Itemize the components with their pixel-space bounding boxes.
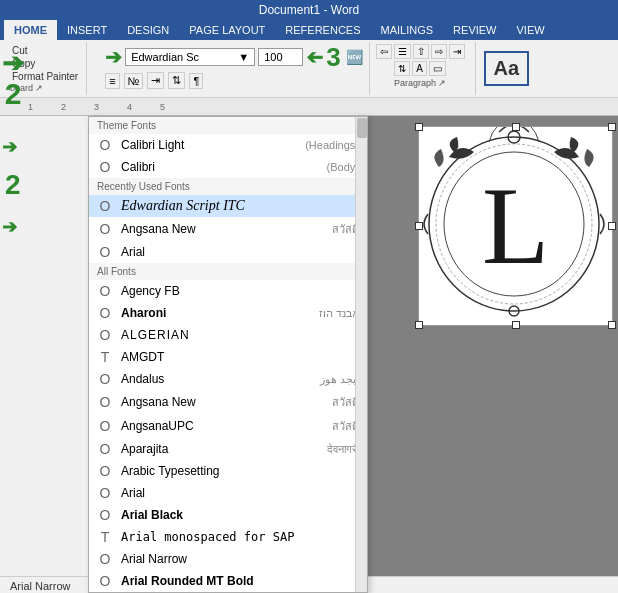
bullet-list-button[interactable]: ≡ (105, 73, 119, 89)
font-item-andalus[interactable]: O Andalus أبجد هوز (89, 368, 367, 390)
font-item-calibri-light[interactable]: O Calibri Light (Headings) (89, 134, 367, 156)
font-item-aharoni[interactable]: O Aharoni אבנד הוז (89, 302, 367, 324)
tab-references[interactable]: REFERENCES (275, 20, 370, 40)
font-icon-arial-black: O (97, 507, 113, 523)
numbered-list-button[interactable]: № (124, 73, 144, 89)
font-name-angsanaupc: AngsanaUPC (121, 419, 324, 433)
aa-display[interactable]: Aa (484, 51, 530, 86)
tab-review[interactable]: REVIEW (443, 20, 506, 40)
justify-button[interactable]: ⇨ (431, 44, 447, 59)
font-item-arial-rounded[interactable]: O Arial Rounded MT Bold (89, 570, 367, 592)
arrow-left-top-icon: ➔ (2, 136, 17, 158)
font-sample-aharoni: אבנד הוז (319, 307, 359, 320)
font-item-arial-narrow[interactable]: O Arial Narrow (89, 548, 367, 570)
expand-icon[interactable]: ↗ (35, 83, 43, 93)
font-item-amgdt[interactable]: T AMGDT (89, 346, 367, 368)
font-icon-agency: O (97, 283, 113, 299)
align-left-button[interactable]: ⇦ (376, 44, 392, 59)
handle-top-right[interactable] (608, 123, 616, 131)
align-center-button[interactable]: ☰ (394, 44, 411, 59)
font-name-agency: Agency FB (121, 284, 359, 298)
tab-design[interactable]: DESIGN (117, 20, 179, 40)
indent2-button[interactable]: ⇥ (449, 44, 465, 59)
font-item-algerian[interactable]: O ALGERIAN (89, 324, 367, 346)
font-dropdown-arrow[interactable]: ▼ (238, 51, 249, 63)
font-icon-calibri: O (97, 159, 113, 175)
styles-section: Aa (475, 42, 534, 95)
font-name-arabic: Arabic Typesetting (121, 464, 359, 478)
dropdown-scrollbar[interactable] (355, 117, 367, 592)
annotation-3: 3 (326, 44, 340, 70)
arrow-left-mid-icon: ➔ (2, 216, 17, 238)
handle-bottom-left[interactable] (415, 321, 423, 329)
font-item-arabic-typesetting[interactable]: O Arabic Typesetting (89, 460, 367, 482)
tab-page-layout[interactable]: PAGE LAYOUT (179, 20, 275, 40)
font-name-aharoni: Aharoni (121, 306, 311, 320)
font-name-arial-all: Arial (121, 486, 359, 500)
left-sidebar: ➔ 2 ➔ Theme Fonts O Calibri Light (Headi… (0, 116, 95, 576)
font-icon-arial-mono: T (97, 529, 113, 545)
font-icon-amgdt: T (97, 349, 113, 365)
font-sample-andalus: أبجد هوز (320, 373, 359, 386)
font-name-amgdt: AMGDT (121, 350, 359, 364)
font-icon-angsanaupc: O (97, 418, 113, 434)
font-icon-arial-narrow: O (97, 551, 113, 567)
main-content: ➔ 2 ➔ Theme Fonts O Calibri Light (Headi… (0, 116, 618, 576)
tab-insert[interactable]: INSERT (57, 20, 117, 40)
shading-button[interactable]: A (412, 61, 427, 76)
font-item-angsana-all[interactable]: O Angsana New สวัสดี (89, 390, 367, 414)
arrow-font-icon: ➔ (105, 45, 122, 69)
ruler-mark-1: 1 (28, 102, 33, 112)
ruler: 1 2 3 4 5 (0, 98, 618, 116)
font-item-aparajita[interactable]: O Aparajita देवनागरी (89, 438, 367, 460)
monogram-wrapper: L (419, 127, 612, 325)
font-item-arial-black[interactable]: O Arial Black (89, 504, 367, 526)
font-name-arial-rounded: Arial Rounded MT Bold (121, 574, 359, 588)
font-item-agency-fb[interactable]: O Agency FB (89, 280, 367, 302)
sort-button[interactable]: ⇅ (168, 72, 185, 89)
font-name-angsana-all: Angsana New (121, 395, 324, 409)
handle-bottom-right[interactable] (608, 321, 616, 329)
document-page: L (418, 126, 613, 326)
font-icon-edwardian: O (97, 198, 113, 214)
aa-text: Aa (494, 57, 520, 79)
font-item-arial-mono[interactable]: T Arial monospaced for SAP (89, 526, 367, 548)
font-icon-aparajita: O (97, 441, 113, 457)
font-dropdown[interactable]: Theme Fonts O Calibri Light (Headings) O… (88, 116, 368, 593)
theme-fonts-header: Theme Fonts (89, 117, 367, 134)
handle-top-mid[interactable] (512, 123, 520, 131)
tab-home[interactable]: HOME (4, 20, 57, 40)
handle-bottom-mid[interactable] (512, 321, 520, 329)
align-right-button[interactable]: ⇧ (413, 44, 429, 59)
tab-view[interactable]: VIEW (507, 20, 555, 40)
ruler-mark-4: 4 (127, 102, 132, 112)
font-item-edwardian[interactable]: O Edwardian Script ITC (89, 195, 367, 217)
ribbon-tabs: HOME INSERT DESIGN PAGE LAYOUT REFERENCE… (0, 20, 618, 40)
annotation-2: 2 (5, 79, 22, 109)
font-icon-angsana-recent: O (97, 221, 113, 237)
font-icon-arial-recent: O (97, 244, 113, 260)
title-bar: Document1 - Word (0, 0, 618, 20)
font-item-arial-all[interactable]: O Arial (89, 482, 367, 504)
font-item-calibri[interactable]: O Calibri (Body) (89, 156, 367, 178)
para-expand-icon[interactable]: ↗ (438, 78, 446, 88)
font-size-value: 100 (264, 51, 282, 63)
font-item-arial-recent[interactable]: O Arial (89, 241, 367, 263)
tab-mailings[interactable]: MAILINGS (371, 20, 444, 40)
indent-button[interactable]: ⇥ (147, 72, 164, 89)
highlight-icon[interactable]: 🆕 (346, 49, 363, 65)
font-icon-calibri-light: O (97, 137, 113, 153)
font-sample-calibri-light: (Headings) (305, 139, 359, 151)
handle-mid-left[interactable] (415, 222, 423, 230)
handle-mid-right[interactable] (608, 222, 616, 230)
scrollbar-thumb[interactable] (357, 118, 367, 138)
font-size-input[interactable]: 100 (258, 48, 303, 66)
font-name-dropdown[interactable]: Edwardian Sc ▼ (125, 48, 255, 66)
pilcrow-button[interactable]: ¶ (189, 73, 203, 89)
font-item-angsanaupc[interactable]: O AngsanaUPC สวัสดี (89, 414, 367, 438)
font-item-angsana-recent[interactable]: O Angsana New สวัสดี (89, 217, 367, 241)
line-spacing-button[interactable]: ⇅ (394, 61, 410, 76)
handle-top-left[interactable] (415, 123, 423, 131)
border-button[interactable]: ▭ (429, 61, 446, 76)
paragraph-label: Paragraph (394, 78, 436, 88)
